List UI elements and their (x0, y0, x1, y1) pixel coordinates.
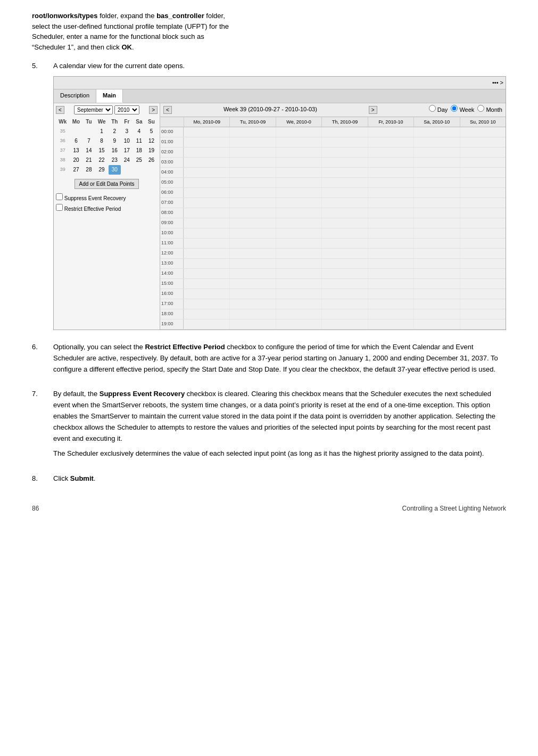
week-day-cell[interactable] (276, 127, 321, 137)
week-day-cell[interactable] (413, 319, 459, 329)
week-day-cell[interactable] (368, 279, 413, 289)
week-day-cell[interactable] (460, 269, 506, 278)
week-day-cell[interactable] (368, 208, 413, 218)
week-day-cell[interactable] (229, 228, 275, 238)
week-day-cell[interactable] (321, 249, 367, 258)
week-day-cell[interactable] (368, 198, 413, 208)
week-day-cell[interactable] (229, 299, 275, 309)
day-cell[interactable]: 12 (145, 136, 158, 146)
day-cell[interactable]: 27 (70, 165, 83, 175)
week-day-cell[interactable] (368, 269, 413, 278)
day-cell[interactable]: 10 (121, 136, 133, 146)
week-day-cell[interactable] (460, 218, 506, 228)
week-day-cell[interactable] (460, 137, 506, 147)
view-day-radio[interactable] (429, 105, 436, 112)
restrict-effective-label[interactable]: Restrict Effective Period (56, 204, 158, 213)
week-day-cell[interactable] (368, 188, 413, 198)
week-day-cell[interactable] (413, 239, 459, 248)
week-day-cell[interactable] (276, 239, 321, 248)
week-day-cell[interactable] (229, 188, 275, 198)
day-cell[interactable]: 8 (95, 136, 108, 146)
week-day-cell[interactable] (460, 168, 506, 177)
week-day-cell[interactable] (321, 239, 367, 248)
week-day-cell[interactable] (184, 137, 229, 147)
week-day-cell[interactable] (368, 309, 413, 319)
day-cell[interactable]: 7 (82, 136, 95, 146)
week-day-cell[interactable] (184, 319, 229, 329)
view-day-label[interactable]: Day (429, 105, 448, 115)
week-day-cell[interactable] (276, 178, 321, 187)
week-day-cell[interactable] (413, 289, 459, 299)
week-day-cell[interactable] (368, 137, 413, 147)
week-day-cell[interactable] (229, 309, 275, 319)
week-day-cell[interactable] (184, 309, 229, 319)
week-day-cell[interactable] (184, 239, 229, 248)
week-day-cell[interactable] (413, 178, 459, 187)
day-cell[interactable]: 18 (133, 146, 145, 155)
view-month-radio[interactable] (477, 105, 484, 112)
week-day-cell[interactable] (184, 259, 229, 268)
week-day-cell[interactable] (229, 239, 275, 248)
week-day-cell[interactable] (460, 147, 506, 157)
day-cell[interactable]: 6 (70, 136, 83, 146)
week-day-cell[interactable] (321, 319, 367, 329)
week-day-cell[interactable] (321, 127, 367, 137)
week-day-cell[interactable] (321, 178, 367, 187)
week-day-cell[interactable] (413, 147, 459, 157)
suppress-event-checkbox[interactable] (56, 193, 63, 200)
week-day-cell[interactable] (229, 208, 275, 218)
day-cell[interactable]: 15 (95, 146, 108, 155)
day-cell[interactable]: 22 (95, 155, 108, 165)
week-day-cell[interactable] (460, 279, 506, 289)
add-edit-data-points-btn[interactable]: Add or Edit Data Points (75, 179, 139, 189)
week-day-cell[interactable] (229, 168, 275, 177)
week-day-cell[interactable] (413, 228, 459, 238)
week-day-cell[interactable] (413, 208, 459, 218)
view-week-label[interactable]: Week (451, 105, 474, 115)
week-day-cell[interactable] (413, 168, 459, 177)
week-day-cell[interactable] (321, 208, 367, 218)
week-day-cell[interactable] (276, 309, 321, 319)
week-day-cell[interactable] (368, 289, 413, 299)
week-day-cell[interactable] (460, 127, 506, 137)
day-cell[interactable]: 28 (82, 165, 95, 175)
week-day-cell[interactable] (321, 188, 367, 198)
week-day-cell[interactable] (184, 158, 229, 167)
day-cell[interactable]: 17 (121, 146, 133, 155)
day-cell[interactable]: 11 (133, 136, 145, 146)
day-cell[interactable]: 14 (82, 146, 95, 155)
day-cell[interactable] (133, 165, 145, 175)
day-cell[interactable]: 21 (82, 155, 95, 165)
week-day-cell[interactable] (321, 158, 367, 167)
week-day-cell[interactable] (276, 249, 321, 258)
week-day-cell[interactable] (321, 269, 367, 278)
week-day-cell[interactable] (413, 198, 459, 208)
week-day-cell[interactable] (460, 319, 506, 329)
day-cell[interactable]: 24 (121, 155, 133, 165)
week-day-cell[interactable] (321, 259, 367, 268)
week-day-cell[interactable] (184, 299, 229, 309)
week-day-cell[interactable] (413, 188, 459, 198)
week-day-cell[interactable] (413, 259, 459, 268)
week-day-cell[interactable] (413, 218, 459, 228)
week-day-cell[interactable] (368, 249, 413, 258)
week-day-cell[interactable] (413, 137, 459, 147)
tab-description[interactable]: Description (54, 89, 96, 103)
week-day-cell[interactable] (413, 158, 459, 167)
suppress-event-label[interactable]: Suppress Event Recovery (56, 193, 158, 203)
week-day-cell[interactable] (184, 279, 229, 289)
week-day-cell[interactable] (229, 259, 275, 268)
week-day-cell[interactable] (229, 178, 275, 187)
week-day-cell[interactable] (460, 198, 506, 208)
week-day-cell[interactable] (229, 218, 275, 228)
year-select[interactable]: 2010 (114, 105, 139, 114)
day-cell[interactable]: 26 (145, 155, 158, 165)
week-day-cell[interactable] (460, 208, 506, 218)
week-day-cell[interactable] (276, 168, 321, 177)
week-day-cell[interactable] (276, 269, 321, 278)
view-month-label[interactable]: Month (477, 105, 502, 115)
week-day-cell[interactable] (229, 147, 275, 157)
week-day-cell[interactable] (413, 269, 459, 278)
week-day-cell[interactable] (321, 309, 367, 319)
week-day-cell[interactable] (413, 309, 459, 319)
